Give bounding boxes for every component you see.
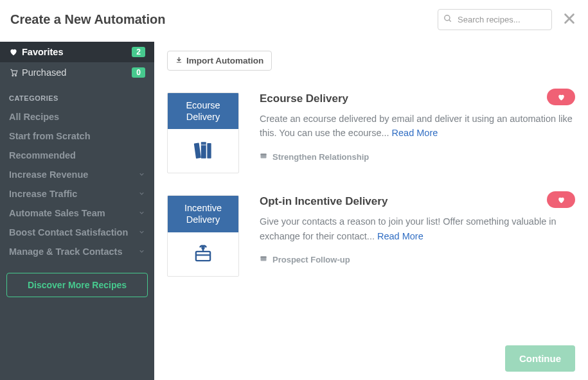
tag-icon [260,255,267,264]
search-input[interactable] [438,9,552,30]
svg-rect-9 [207,143,211,159]
svg-rect-10 [201,144,206,146]
svg-rect-6 [177,62,181,63]
svg-rect-7 [194,143,201,159]
category-boost-contact-satisfaction[interactable]: Boost Contact Satisfaction [0,223,154,242]
svg-point-4 [12,75,13,76]
discover-more-button[interactable]: Discover More Recipes [6,273,148,297]
chevron-down-icon [138,208,145,218]
import-label: Import Automation [186,56,263,65]
category-increase-revenue[interactable]: Increase Revenue [0,165,154,184]
main-panel: Import Automation Ecourse Delivery [154,42,588,380]
books-icon [168,129,238,173]
recipe-thumb[interactable]: Ecourse Delivery [167,92,239,173]
recipe-card: Ecourse Delivery Ecourse Delivery [167,92,575,173]
thumb-title: Incentive Delivery [168,196,238,232]
favorite-button[interactable] [547,89,575,105]
recipe-card: Incentive Delivery Opt-in Incentive Deli… [167,195,575,276]
search-icon [443,14,452,26]
recipe-description: Create an ecourse delivered by email and… [260,112,575,141]
category-all-recipes[interactable]: All Recipes [0,107,154,126]
gift-icon [168,232,238,276]
recipe-tag: Prospect Follow-up [260,255,575,264]
favorite-button[interactable] [547,191,575,208]
sidebar-tab-purchased[interactable]: Purchased 0 [0,62,154,83]
recipe-info: Ecourse Delivery Create an ecourse deliv… [260,92,575,162]
sidebar-tab-label: Purchased [22,67,132,78]
category-automate-sales-team[interactable]: Automate Sales Team [0,203,154,223]
recipe-info: Opt-in Incentive Delivery Give your cont… [260,195,575,264]
chevron-down-icon [138,227,145,238]
cart-icon [9,68,22,77]
search-wrap [438,9,552,30]
favorites-count-badge: 2 [132,47,145,57]
category-recommended[interactable]: Recommended [0,146,154,165]
svg-rect-12 [261,153,267,155]
page-title: Create a New Automation [10,12,438,27]
recipe-tag: Strengthen Relationship [260,152,575,162]
chevron-down-icon [138,246,145,257]
svg-rect-16 [261,257,267,258]
sidebar-tab-favorites[interactable]: Favorites 2 [0,42,154,62]
svg-rect-13 [196,251,210,260]
read-more-link[interactable]: Read More [392,128,438,138]
recipe-title: Ecourse Delivery [260,92,575,105]
read-more-link[interactable]: Read More [377,231,423,241]
continue-button[interactable]: Continue [505,345,575,372]
svg-line-1 [449,19,451,21]
header: Create a New Automation [0,0,588,42]
body: Favorites 2 Purchased 0 CATEGORIES All R… [0,42,588,380]
recipe-description: Give your contacts a reason to join your… [260,214,575,243]
tag-icon [260,152,267,162]
close-button[interactable] [562,11,576,29]
svg-point-5 [15,75,17,76]
sidebar: Favorites 2 Purchased 0 CATEGORIES All R… [0,42,154,380]
category-increase-traffic[interactable]: Increase Traffic [0,184,154,203]
chevron-down-icon [138,189,145,199]
svg-point-0 [445,15,450,20]
chevron-down-icon [138,169,145,180]
category-start-from-scratch[interactable]: Start from Scratch [0,126,154,146]
recipe-title: Opt-in Incentive Delivery [260,195,575,208]
import-automation-button[interactable]: Import Automation [167,51,272,71]
heart-icon [9,48,22,56]
sidebar-tab-label: Favorites [22,47,132,57]
thumb-title: Ecourse Delivery [168,93,238,129]
categories-heading: CATEGORIES [0,83,154,107]
purchased-count-badge: 0 [132,67,145,78]
download-icon [175,56,183,65]
recipe-thumb[interactable]: Incentive Delivery [167,195,239,276]
category-manage-track-contacts[interactable]: Manage & Track Contacts [0,242,154,261]
